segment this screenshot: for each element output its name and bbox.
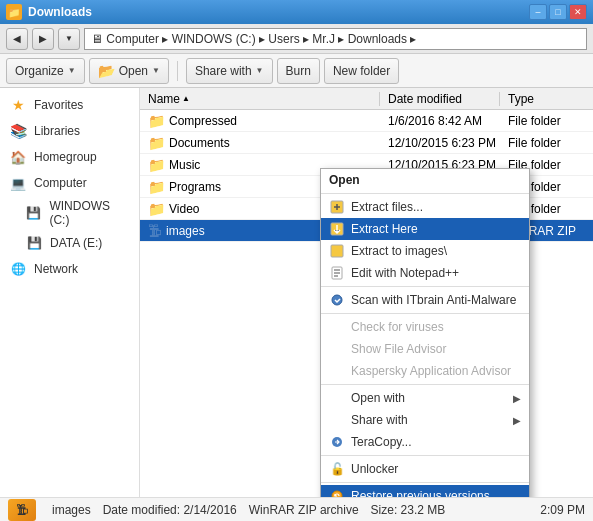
ctx-show-file-advisor: Show File Advisor [321,338,529,360]
ctx-teracopy[interactable]: TeraCopy... [321,431,529,453]
sidebar-item-windows-drive[interactable]: 💾 WINDOWS (C:) [0,196,139,230]
up-button[interactable]: ▼ [58,28,80,50]
organize-dropdown-icon: ▼ [68,66,76,75]
sidebar-item-favorites[interactable]: ★ Favorites [0,92,139,118]
teracopy-icon [329,434,345,450]
sidebar-item-libraries[interactable]: 📚 Libraries [0,118,139,144]
maximize-button[interactable]: □ [549,4,567,20]
status-size: Size: 23.2 MB [371,503,446,517]
ctx-separator-5 [321,455,529,456]
file-advisor-icon [329,341,345,357]
windows-drive-icon: 💾 [24,203,43,223]
file-type: File folder [500,136,593,150]
ctx-separator-1 [321,193,529,194]
ctx-scan-malware[interactable]: Scan with ITbrain Anti-Malware [321,289,529,311]
toolbar-separator-1 [177,61,178,81]
status-time: 2:09 PM [540,503,585,517]
ctx-check-viruses: Check for viruses [321,316,529,338]
extract-here-icon [329,221,345,237]
extract-files-icon [329,199,345,215]
computer-icon: 💻 [8,173,28,193]
status-text-group: images Date modified: 2/14/2016 WinRAR Z… [52,503,524,517]
ctx-open-with[interactable]: Open with ▶ [321,387,529,409]
window-icon: 📁 [6,4,22,20]
share-with-button[interactable]: Share with ▼ [186,58,273,84]
homegroup-icon: 🏠 [8,147,28,167]
open-with-icon [329,390,345,406]
close-button[interactable]: ✕ [569,4,587,20]
file-name: 📁Compressed [140,113,380,129]
svg-point-7 [332,295,342,305]
status-file-icon: 🗜 [8,499,36,521]
extract-to-icon [329,243,345,259]
ctx-extract-to[interactable]: Extract to images\ [321,240,529,262]
sidebar-item-computer[interactable]: 💻 Computer [0,170,139,196]
data-drive-icon: 💾 [24,233,44,253]
ctx-kaspersky: Kaspersky Application Advisor [321,360,529,382]
ctx-separator-2 [321,286,529,287]
address-path-text: 🖥 Computer ▸ WINDOWS (C:) ▸ Users ▸ Mr.J… [91,32,416,46]
toolbar: Organize ▼ 📂 Open ▼ Share with ▼ Burn Ne… [0,54,593,88]
address-bar: ◀ ▶ ▼ 🖥 Computer ▸ WINDOWS (C:) ▸ Users … [0,24,593,54]
new-folder-button[interactable]: New folder [324,58,399,84]
window-title: Downloads [28,5,523,19]
sidebar-item-network[interactable]: 🌐 Network [0,256,139,282]
open-dropdown-icon: ▼ [152,66,160,75]
file-date: 12/10/2015 6:23 PM [380,136,500,150]
favorites-icon: ★ [8,95,28,115]
sidebar-item-homegroup[interactable]: 🏠 Homegroup [0,144,139,170]
restore-icon [329,488,345,497]
open-button[interactable]: 📂 Open ▼ [89,58,169,84]
network-icon: 🌐 [8,259,28,279]
ctx-restore[interactable]: Restore previous versions [321,485,529,497]
share-with-icon [329,412,345,428]
column-type[interactable]: Type [500,92,593,106]
ctx-separator-4 [321,384,529,385]
sort-arrow-icon: ▲ [182,94,190,103]
column-name[interactable]: Name ▲ [140,92,380,106]
ctx-separator-6 [321,482,529,483]
ctx-extract-here[interactable]: Extract Here [321,218,529,240]
minimize-button[interactable]: – [529,4,547,20]
address-path[interactable]: 🖥 Computer ▸ WINDOWS (C:) ▸ Users ▸ Mr.J… [84,28,587,50]
file-type: File folder [500,114,593,128]
status-type: WinRAR ZIP archive [249,503,359,517]
ctx-open-header[interactable]: Open [321,169,529,191]
share-dropdown-icon: ▼ [256,66,264,75]
file-list-header: Name ▲ Date modified Type [140,88,593,110]
sidebar: ★ Favorites 📚 Libraries 🏠 Homegroup 💻 Co… [0,88,140,497]
ctx-share-with[interactable]: Share with ▶ [321,409,529,431]
organize-button[interactable]: Organize ▼ [6,58,85,84]
ctx-unlocker[interactable]: 🔓 Unlocker [321,458,529,480]
title-bar: 📁 Downloads – □ ✕ [0,0,593,24]
open-with-arrow-icon: ▶ [513,393,521,404]
ctx-edit-notepad[interactable]: Edit with Notepad++ [321,262,529,284]
burn-button[interactable]: Burn [277,58,320,84]
status-bar: 🗜 images Date modified: 2/14/2016 WinRAR… [0,497,593,521]
scan-icon [329,292,345,308]
kaspersky-icon [329,363,345,379]
file-date: 1/6/2016 8:42 AM [380,114,500,128]
svg-rect-2 [331,245,343,257]
table-row[interactable]: 📁Compressed 1/6/2016 8:42 AM File folder [140,110,593,132]
status-date: Date modified: 2/14/2016 [103,503,237,517]
window-controls: – □ ✕ [529,4,587,20]
table-row[interactable]: 📁Documents 12/10/2015 6:23 PM File folde… [140,132,593,154]
ctx-separator-3 [321,313,529,314]
file-name: 📁Documents [140,135,380,151]
forward-button[interactable]: ▶ [32,28,54,50]
unlocker-icon: 🔓 [329,461,345,477]
ctx-extract-files[interactable]: Extract files... [321,196,529,218]
main-layout: ★ Favorites 📚 Libraries 🏠 Homegroup 💻 Co… [0,88,593,497]
check-viruses-icon [329,319,345,335]
context-menu: Open Extract files... Extract Here Extra [320,168,530,497]
sidebar-item-data-drive[interactable]: 💾 DATA (E:) [0,230,139,256]
notepad-icon [329,265,345,281]
back-button[interactable]: ◀ [6,28,28,50]
share-with-arrow-icon: ▶ [513,415,521,426]
status-filename: images [52,503,91,517]
column-date[interactable]: Date modified [380,92,500,106]
file-list: Name ▲ Date modified Type 📁Compressed 1/… [140,88,593,497]
libraries-icon: 📚 [8,121,28,141]
